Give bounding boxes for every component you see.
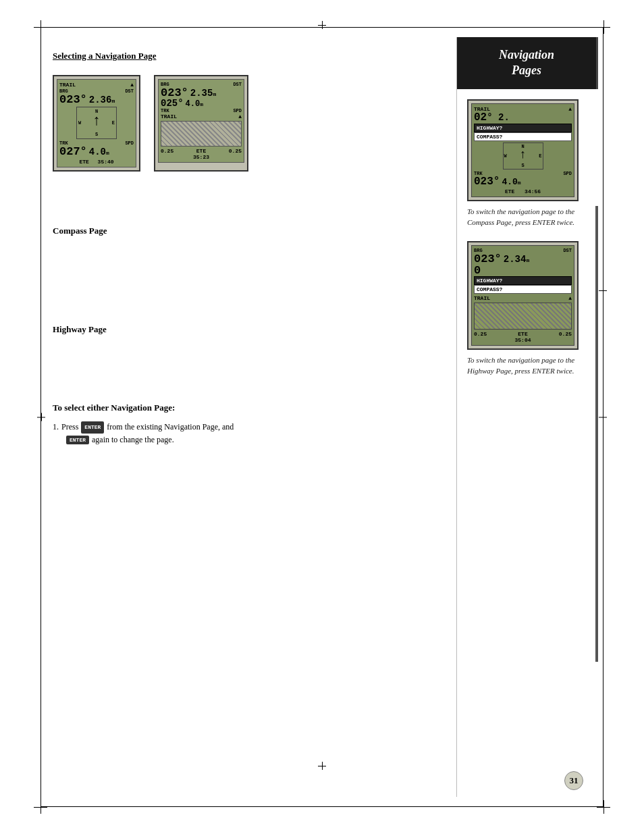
gps-device-2: BRG DST 023° 2.35m 025° 4.0m <box>154 75 248 172</box>
dev2-ete-right: 0.25 <box>229 148 242 154</box>
dev2-unit1: m <box>213 92 216 97</box>
dev4-zero: 0 <box>474 265 481 276</box>
right-separator-bar <box>595 206 598 662</box>
crosshair-right-mid <box>599 290 607 291</box>
dev1-big4: 4.0 <box>89 147 106 157</box>
dev2-big1: 023° <box>161 87 188 99</box>
dev2-dst-label: DST <box>233 82 242 87</box>
dev2-big2: 2.35 <box>190 88 213 98</box>
dev3-ete-label: ETE <box>505 188 514 194</box>
border-bottom <box>41 806 603 807</box>
steps-heading: To select either Navigation Page: <box>53 402 443 413</box>
left-column: Selecting a Navigation Page TRAIL ▲ BRG … <box>46 37 456 797</box>
dev2-big3: 025° <box>161 99 184 108</box>
dev2-trk-label: TRK <box>161 108 169 113</box>
device-row-1: TRAIL ▲ BRG DST 023° 2.36m N <box>53 75 443 172</box>
dev4-ete-left: 0.25 <box>474 331 487 337</box>
highway-page-heading: Highway Page <box>53 324 443 335</box>
crosshair-mid-right <box>599 417 607 417</box>
dev4-big2: 2.34 <box>504 255 527 264</box>
dev2-spd-label: SPD <box>233 108 242 113</box>
dev1-trail-icon: ▲ <box>130 82 134 88</box>
compass-page-heading: Compass Page <box>53 226 443 236</box>
dev2-ete-label: ETE <box>196 148 206 154</box>
dev2-trail-icon: ▲ <box>238 113 242 120</box>
crosshair-mid-left <box>37 417 45 417</box>
gps-device-4: BRG DST 023° 2.34m 0 HIGHWAY? COMPASS? <box>467 241 579 350</box>
dev3-big2: 023° <box>474 176 500 187</box>
dev2-ete-value: 35:23 <box>193 154 209 160</box>
dev3-big1: 02 <box>474 112 487 124</box>
dev3-spd: SPD <box>563 171 572 176</box>
crosshair-top-mid <box>318 25 326 26</box>
dev1-ete-label: ETE <box>79 159 88 165</box>
compass-caption: To switch the navigation page to the Com… <box>467 207 579 228</box>
crosshair-bottom-right <box>597 800 610 814</box>
dev1-big2: 2.36 <box>89 95 112 105</box>
dev4-ete-value: 35:04 <box>514 337 531 343</box>
dev1-dst-label: DST <box>125 88 134 94</box>
dev4-big1: 023° <box>474 253 502 265</box>
dev1-big3: 027° <box>59 146 87 157</box>
dev1-trail-label: TRAIL <box>59 82 76 88</box>
dev4-unit1: m <box>526 258 529 263</box>
dev4-ete-right: 0.25 <box>559 331 572 337</box>
dev3-partial: ° 2. <box>487 113 510 123</box>
step1-suffix: again to change the page. <box>92 435 174 445</box>
dev4-trail-icon: ▲ <box>568 295 572 301</box>
step-1: 1. Press ENTER from the existing Navigat… <box>53 420 443 435</box>
dev1-unit2: m <box>106 151 109 156</box>
dev2-trail-label: TRAIL <box>161 113 177 120</box>
nav-pages-tab: Navigation Pages <box>457 37 598 89</box>
dev1-big1: 023° <box>59 94 87 105</box>
dev1-ete-value: 35:40 <box>98 159 114 165</box>
dev1-spd-label: SPD <box>125 140 134 146</box>
step1-text: from the existing Navigation Page, and <box>107 420 234 435</box>
gps-device-1: TRAIL ▲ BRG DST 023° 2.36m N <box>53 75 140 172</box>
highway-caption: To switch the navigation page to the Hig… <box>467 355 579 376</box>
dev2-unit2: m <box>200 102 203 107</box>
dev3-big3: 4.0 <box>502 178 517 186</box>
crosshair-bottom-left <box>34 800 47 814</box>
right-content: TRAIL ▲ 02 ° 2. HIGHWAY? COMPASS? N S <box>457 89 598 383</box>
gps-device-3: TRAIL ▲ 02 ° 2. HIGHWAY? COMPASS? N S <box>467 99 579 202</box>
dev3-ete-value: 34:56 <box>525 188 541 194</box>
main-layout: Selecting a Navigation Page TRAIL ▲ BRG … <box>46 37 598 797</box>
step1-enter-badge-1: ENTER <box>81 421 104 434</box>
dev4-highlight1: HIGHWAY? <box>474 276 572 285</box>
dev4-trail: TRAIL <box>474 295 490 301</box>
dev2-big4: 4.0 <box>186 100 200 108</box>
dev3-unit: m <box>518 180 521 186</box>
step1-prefix: Press <box>61 420 78 435</box>
step1-number: 1. <box>53 420 59 435</box>
dev1-unit1: m <box>111 99 115 104</box>
crosshair-top-left <box>34 20 47 34</box>
step1-enter-badge-2: ENTER <box>66 436 89 444</box>
section-title: Selecting a Navigation Page <box>53 51 443 61</box>
page-number: 31 <box>564 771 583 790</box>
crosshair-top-right <box>597 20 610 34</box>
right-column: Navigation Pages TRAIL ▲ 02 ° 2. <box>456 37 598 797</box>
dev3-trail-icon: ▲ <box>568 106 572 112</box>
dev3-highlight2: COMPASS? <box>474 132 572 141</box>
dev4-ete-label: ETE <box>518 331 527 337</box>
dev4-dst: DST <box>563 248 572 253</box>
step-1-cont: ENTER again to change the page. <box>66 435 443 445</box>
dev3-highlight1: HIGHWAY? <box>474 124 572 132</box>
dev2-ete-left: 0.25 <box>161 148 173 154</box>
dev4-highlight2: COMPASS? <box>474 285 572 294</box>
